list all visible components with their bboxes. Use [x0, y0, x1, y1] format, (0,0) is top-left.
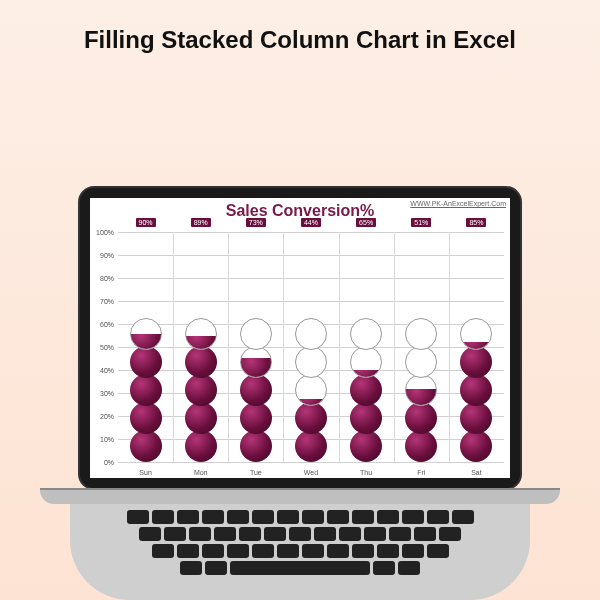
x-tick-label: Sat	[456, 469, 496, 476]
orb	[405, 318, 437, 350]
orb	[130, 346, 162, 378]
orb	[130, 402, 162, 434]
orb	[130, 430, 162, 462]
x-tick-label: Mon	[181, 469, 221, 476]
orb	[405, 402, 437, 434]
orb-stack	[240, 232, 272, 462]
y-tick-label: 0%	[92, 459, 114, 466]
orb	[295, 402, 327, 434]
y-tick-label: 100%	[92, 229, 114, 236]
orb	[460, 402, 492, 434]
value-badge: 65%	[356, 218, 376, 227]
orb	[350, 318, 382, 350]
orb	[240, 346, 272, 378]
orb	[295, 374, 327, 406]
y-tick-label: 70%	[92, 298, 114, 305]
orb	[130, 374, 162, 406]
orb	[405, 374, 437, 406]
x-tick-label: Fri	[401, 469, 441, 476]
y-tick-label: 80%	[92, 275, 114, 282]
laptop-screen-frame: WWW.PK-AnExcelExpert.Com Sales Conversio…	[80, 188, 520, 488]
chart-screen: WWW.PK-AnExcelExpert.Com Sales Conversio…	[90, 198, 510, 478]
orb	[240, 402, 272, 434]
value-badge: 51%	[411, 218, 431, 227]
laptop-base	[40, 488, 560, 504]
y-tick-label: 30%	[92, 390, 114, 397]
orb-stack	[460, 232, 492, 462]
orb	[295, 430, 327, 462]
y-tick-label: 90%	[92, 252, 114, 259]
y-tick-label: 50%	[92, 344, 114, 351]
orb-stack	[350, 232, 382, 462]
watermark-link[interactable]: WWW.PK-AnExcelExpert.Com	[410, 200, 506, 207]
orb-stack	[405, 232, 437, 462]
orb	[185, 430, 217, 462]
y-tick-label: 10%	[92, 436, 114, 443]
chart-plot-area: 0%10%20%30%40%50%60%70%80%90%100% 90%89%…	[118, 232, 504, 462]
orb	[240, 318, 272, 350]
value-badge: 44%	[301, 218, 321, 227]
orb	[295, 346, 327, 378]
laptop-keyboard	[70, 504, 530, 600]
y-tick-label: 40%	[92, 367, 114, 374]
orb	[460, 346, 492, 378]
value-badge: 73%	[246, 218, 266, 227]
x-tick-label: Wed	[291, 469, 331, 476]
orb	[185, 318, 217, 350]
orb	[185, 402, 217, 434]
orb	[350, 346, 382, 378]
y-tick-label: 20%	[92, 413, 114, 420]
orb	[405, 430, 437, 462]
orb	[185, 374, 217, 406]
x-tick-label: Tue	[236, 469, 276, 476]
orb	[460, 318, 492, 350]
column-fri: 51%	[401, 232, 441, 462]
orb	[460, 430, 492, 462]
value-badge: 85%	[466, 218, 486, 227]
value-badge: 90%	[136, 218, 156, 227]
column-mon: 89%	[181, 232, 221, 462]
orb-stack	[130, 232, 162, 462]
orb-stack	[185, 232, 217, 462]
orb	[240, 430, 272, 462]
column-thu: 65%	[346, 232, 386, 462]
orb	[460, 374, 492, 406]
orb-stack	[295, 232, 327, 462]
page-title: Filling Stacked Column Chart in Excel	[0, 0, 600, 64]
orb	[130, 318, 162, 350]
column-tue: 73%	[236, 232, 276, 462]
x-tick-label: Sun	[126, 469, 166, 476]
orb	[405, 346, 437, 378]
column-sat: 85%	[456, 232, 496, 462]
chart-x-axis: SunMonTueWedThuFriSat	[118, 469, 504, 476]
laptop-mockup: WWW.PK-AnExcelExpert.Com Sales Conversio…	[40, 188, 560, 600]
gridline	[118, 462, 504, 463]
x-tick-label: Thu	[346, 469, 386, 476]
y-tick-label: 60%	[92, 321, 114, 328]
orb	[185, 346, 217, 378]
value-badge: 89%	[191, 218, 211, 227]
chart-columns: 90%89%73%44%65%51%85%	[118, 232, 504, 462]
orb	[350, 430, 382, 462]
orb	[295, 318, 327, 350]
column-sun: 90%	[126, 232, 166, 462]
orb	[240, 374, 272, 406]
column-wed: 44%	[291, 232, 331, 462]
orb	[350, 374, 382, 406]
orb	[350, 402, 382, 434]
